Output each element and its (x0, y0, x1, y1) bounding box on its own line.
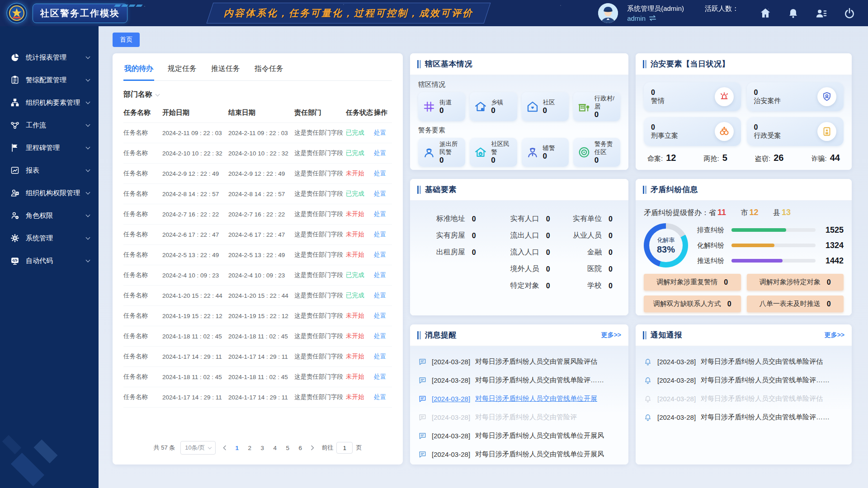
role-permission-icon (10, 211, 20, 221)
switch-user-icon[interactable] (649, 15, 656, 21)
table-row: 任务名称 2024-2-6 17 : 22 : 47 2024-2-6 17 :… (123, 225, 392, 245)
sidebar-item-police-config[interactable]: 警综配置管理 (0, 69, 99, 91)
end-date: 2024-2-8 14 : 22 : 57 (228, 191, 294, 197)
message-item[interactable]: [2024-03-28] 对每日涉矛盾纠纷人员交由管线单位开展 (418, 389, 620, 408)
stat-card-administrative-cases[interactable]: 0行政受案 (747, 117, 844, 146)
page-number[interactable]: 3 (259, 445, 265, 451)
handle-link[interactable]: 处置 (374, 312, 392, 320)
sidebar-item-reports[interactable]: 报表 (0, 159, 99, 182)
sidebar-item-milestone[interactable]: 里程碑管理 (0, 136, 99, 159)
dispute-filter-button[interactable]: 调解双方缺联系人方式 0 (644, 296, 741, 312)
sidebar-item-statistics-report[interactable]: 统计报表管理 (0, 46, 99, 69)
todo-tab[interactable]: 指令任务 (254, 62, 284, 81)
dispute-filter-button[interactable]: 调解对象涉特定对象 0 (747, 274, 844, 291)
start-date: 2024-1-18 11 : 02 : 45 (162, 333, 228, 340)
page-size-select[interactable]: 10条/页 (180, 441, 216, 455)
sidebar-item-workflow[interactable]: 工作流 (0, 114, 99, 136)
task-name: 任务名称 (123, 251, 162, 259)
contacts-icon[interactable] (815, 7, 827, 19)
goto-page-input[interactable] (336, 442, 353, 454)
element-pair: 特定对象 0 (486, 277, 556, 294)
page-number[interactable]: 4 (272, 445, 278, 451)
sidebar-item-auto-code[interactable]: 自动代码 (0, 249, 99, 272)
dispute-bar-row: 化解纠纷 1324 (697, 241, 844, 250)
tab-home[interactable]: 首页 (113, 33, 140, 47)
stat-card-town[interactable]: 乡镇0 (470, 92, 517, 121)
username[interactable]: admin (627, 14, 739, 22)
sidebar-item-org-permission[interactable]: 组织机构权限管理 (0, 182, 99, 204)
prev-page-icon[interactable] (221, 445, 228, 450)
shield-icon (817, 87, 836, 106)
department-filter[interactable]: 部门名称 (123, 90, 392, 99)
stat-card-station-police[interactable]: 派出所民警0 (418, 138, 465, 167)
message-item[interactable]: [2024-03-28] 对每日涉矛盾纠纷人员交由管展风险评估 (418, 352, 620, 371)
page-number[interactable]: 1 (234, 445, 240, 451)
todo-tab[interactable]: 规定任务 (167, 62, 198, 81)
handle-link[interactable]: 处置 (374, 210, 392, 218)
message-item[interactable]: [2024-03-28] 对每日涉矛盾纠纷人员交由管线单险评…… (418, 371, 620, 389)
notice-text: 对每日涉矛盾纠纷人员交由管线单险评估 (701, 394, 823, 403)
user-avatar[interactable] (598, 3, 618, 23)
handle-link[interactable]: 处置 (374, 129, 392, 137)
page-number[interactable]: 2 (246, 445, 253, 451)
message-list: [2024-03-28] 对每日涉矛盾纠纷人员交由管展风险评估 [2024-03… (418, 352, 620, 464)
stat-card-responsibility-zone[interactable]: 警务责任区0 (573, 138, 620, 167)
report-icon (10, 165, 20, 175)
stat-card-public-security-cases[interactable]: 0治安案件 (747, 82, 844, 111)
stat-card-street[interactable]: 街道0 (418, 92, 465, 121)
stat-card-village[interactable]: 行政村/居0 (573, 92, 620, 121)
responsible-dept: 这是责任部门字段 (294, 291, 346, 300)
table-row: 任务名称 2024-2-7 16 : 22 : 22 2024-2-7 16 :… (123, 204, 392, 225)
table-row: 任务名称 2024-1-17 14 : 29 : 11 2024-1-17 14… (123, 347, 392, 367)
start-date: 2024-2-5 13 : 22 : 49 (162, 252, 228, 258)
todo-tab[interactable]: 推送任务 (210, 62, 241, 81)
handle-link[interactable]: 处置 (374, 190, 392, 198)
handle-link[interactable]: 处置 (374, 291, 392, 300)
dispute-filter-button[interactable]: 调解对象涉重复警情 0 (644, 274, 741, 291)
end-date: 2024-2-10 10 : 22 : 32 (228, 150, 294, 157)
handle-link[interactable]: 处置 (374, 332, 392, 340)
page-number[interactable]: 5 (284, 445, 291, 451)
stat-card-community[interactable]: 社区0 (522, 92, 569, 121)
notice-item[interactable]: [2024-03-28] 对每日涉矛盾纠纷人员交由管线单险评…… (644, 371, 844, 389)
power-icon[interactable] (844, 7, 855, 19)
message-item[interactable]: [2024-03-28] 对每日涉矛盾纠纷人员交由管险评 (418, 408, 620, 427)
handle-link[interactable]: 处置 (374, 251, 392, 259)
handle-link[interactable]: 处置 (374, 169, 392, 178)
table-row: 任务名称 2024-1-18 11 : 02 : 45 2024-1-18 11… (123, 326, 392, 347)
bell-icon[interactable] (788, 8, 799, 19)
slogan-text: 内容体系化，任务可量化，过程可控制，成效可评价 (224, 7, 473, 19)
notice-text: 对每日涉矛盾纠纷人员交由管线单险评…… (701, 413, 830, 422)
app-title: 社区警务工作模块 (33, 4, 127, 23)
sidebar-item-role-permission[interactable]: 角色权限 (0, 204, 99, 227)
stat-card-criminal-cases[interactable]: 0刑事立案 (644, 117, 741, 146)
stat-card-incidents[interactable]: 0警情 (644, 82, 741, 111)
stat-card-auxiliary-police[interactable]: 辅警0 (522, 138, 569, 167)
handle-link[interactable]: 处置 (374, 352, 392, 361)
stat-card-community-police[interactable]: 社区民警0 (470, 138, 517, 167)
more-messages-link[interactable]: 更多>> (601, 331, 621, 339)
next-page-icon[interactable] (309, 445, 316, 450)
sidebar-item-system[interactable]: 系统管理 (0, 227, 99, 249)
todo-tab[interactable]: 我的待办 (123, 62, 154, 81)
page-number[interactable]: 6 (297, 445, 303, 451)
notice-item[interactable]: [2024-03-28] 对每日涉矛盾纠纷人员交由管线单险评…… (644, 408, 844, 427)
handle-link[interactable]: 处置 (374, 271, 392, 279)
sidebar-item-org-elements[interactable]: 组织机构要素管理 (0, 91, 99, 114)
home-icon[interactable] (760, 7, 771, 19)
handle-link[interactable]: 处置 (374, 149, 392, 157)
panel-title: 辖区基本情况 (425, 59, 472, 69)
app-header: 社区警务工作模块 内容体系化，任务可量化，过程可控制，成效可评价 系统管理员(a… (0, 0, 868, 26)
message-item[interactable]: [2024-03-28] 对每日涉矛盾纠纷人员交由管线单位开展风 (418, 427, 620, 445)
handle-link[interactable]: 处置 (374, 230, 392, 239)
handle-link[interactable]: 处置 (374, 373, 392, 381)
title-accent (417, 186, 421, 194)
dispute-filter-button[interactable]: 八单一表未及时推送 0 (747, 296, 844, 312)
notice-item[interactable]: [2024-03-28] 对每日涉矛盾纠纷人员交由管线单险评估 (644, 389, 844, 408)
handle-link[interactable]: 处置 (374, 393, 392, 401)
task-name: 任务名称 (123, 291, 162, 300)
dispute-buttons: 调解对象涉重复警情 0 调解对象涉特定对象 0 调解双方缺联系人方式 0 八单一… (644, 274, 844, 312)
more-notices-link[interactable]: 更多>> (825, 331, 844, 339)
notice-item[interactable]: [2024-03-28] 对每日涉矛盾纠纷人员交由管线单险评估 (644, 352, 844, 371)
message-item[interactable]: [2024-03-28] 对每日涉矛盾纠纷人员交由管线单位开展风 (418, 445, 620, 464)
